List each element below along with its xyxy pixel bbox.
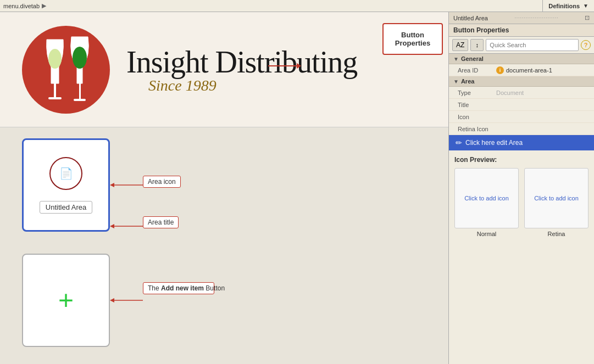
svg-rect-4 <box>79 83 81 99</box>
area-card-wrapper: 📄 Untitled Area Area icon Area title <box>22 138 110 243</box>
annotation-add-new-label: The Add new item Button <box>148 284 225 292</box>
company-text: Insight Distributing Since 1989 <box>126 44 357 94</box>
topbar: menu.divetab ▶ <box>0 0 594 12</box>
button-properties-title: Button Properties <box>453 26 509 34</box>
panel-header-dots: ⋯⋯⋯⋯⋯⋯⋯⋯ <box>514 15 558 21</box>
add-new-card[interactable]: + <box>22 254 110 347</box>
annotation-arrow-title <box>110 223 148 229</box>
cards-container: 📄 Untitled Area Area icon Area title <box>0 127 448 364</box>
svg-rect-5 <box>74 99 86 101</box>
sort-alpha-btn[interactable]: AZ <box>452 39 468 51</box>
add-icon-text-normal: Click to add icon <box>462 193 511 204</box>
definitions-label: Definitions <box>548 3 580 9</box>
area-id-value: i document-area-1 <box>496 66 552 74</box>
annotation-add-new: The Add new item Button <box>143 282 214 294</box>
general-expand-icon: ▼ <box>453 56 459 62</box>
area-icon-inner: 📄 <box>59 167 73 180</box>
section-general[interactable]: ▼ General <box>449 54 594 64</box>
annotation-arrow-icon <box>110 182 148 188</box>
company-name: Insight Distributing <box>126 44 357 80</box>
retina-icon-preview[interactable]: Click to add icon <box>524 168 589 228</box>
edit-area-label: Click here edit Area <box>465 139 523 147</box>
callout-label: ButtonProperties <box>395 31 430 47</box>
info-icon: i <box>496 66 504 74</box>
title-label: Title <box>458 102 496 108</box>
svg-rect-1 <box>54 83 56 97</box>
add-icon-text-retina: Click to add icon <box>532 193 581 204</box>
icon-preview-grid: Click to add icon Normal Click to add ic… <box>454 168 589 237</box>
icon-preview-label: Icon Preview: <box>454 156 589 164</box>
retina-icon-row[interactable]: Retina Icon <box>449 123 594 135</box>
panel-toolbar: AZ ↕ ? <box>449 37 594 54</box>
annotation-arrow-add <box>110 298 148 303</box>
company-tagline: Since 1989 <box>148 77 357 94</box>
edit-icon: ✏ <box>456 138 462 147</box>
icon-row[interactable]: Icon <box>449 111 594 123</box>
svg-marker-11 <box>110 224 114 228</box>
callout-arrow <box>268 60 301 71</box>
definitions-bar[interactable]: Definitions ▼ <box>542 0 594 12</box>
normal-caption: Normal <box>454 231 519 237</box>
quick-search-input[interactable] <box>486 39 579 51</box>
svg-point-3 <box>73 47 87 69</box>
icon-preview-section: Icon Preview: Click to add icon Normal C… <box>449 150 594 243</box>
area-expand-icon: ▼ <box>453 79 459 85</box>
title-row[interactable]: Title <box>449 99 594 111</box>
svg-rect-2 <box>48 97 62 99</box>
area-section-label: Area <box>461 78 474 85</box>
retina-icon-label: Retina Icon <box>458 126 496 132</box>
company-logo <box>22 26 110 114</box>
svg-point-0 <box>48 49 62 69</box>
definitions-expand-icon: ▼ <box>583 3 589 9</box>
right-panel-header: Untitled Area ⋯⋯⋯⋯⋯⋯⋯⋯ ⊡ <box>449 12 594 24</box>
panel-header-icon[interactable]: ⊡ <box>585 14 590 21</box>
area-id-row: Area ID i document-area-1 <box>449 64 594 76</box>
type-row: Type Document <box>449 87 594 99</box>
area-icon-circle: 📄 <box>49 157 82 190</box>
main-layout: Insight Distributing Since 1989 ButtonPr… <box>0 12 594 364</box>
menu-item[interactable]: menu.divetab <box>3 3 40 9</box>
svg-marker-9 <box>110 183 114 187</box>
right-panel: Untitled Area ⋯⋯⋯⋯⋯⋯⋯⋯ ⊡ Button Properti… <box>448 12 594 364</box>
add-new-card-wrapper: + The Add new item Button <box>22 254 110 358</box>
type-label: Type <box>458 89 496 96</box>
left-area: Insight Distributing Since 1989 ButtonPr… <box>0 12 448 364</box>
plus-icon: + <box>58 287 74 313</box>
retina-caption: Retina <box>524 231 589 237</box>
edit-area-button[interactable]: ✏ Click here edit Area <box>449 135 594 150</box>
section-area[interactable]: ▼ Area <box>449 76 594 87</box>
panel-title-bar: Button Properties <box>449 24 594 37</box>
area-title: Untitled Area <box>40 201 92 214</box>
type-value: Document <box>496 89 524 96</box>
button-properties-callout: ButtonProperties <box>382 23 443 55</box>
annotation-area-title-label: Area title <box>148 219 174 226</box>
area-id-label: Area ID <box>458 67 496 74</box>
sort-btn[interactable]: ↕ <box>470 39 484 51</box>
general-label: General <box>461 55 484 62</box>
annotation-area-icon-label: Area icon <box>148 178 176 186</box>
header-banner: Insight Distributing Since 1989 ButtonPr… <box>0 12 448 127</box>
help-icon-btn[interactable]: ? <box>581 40 591 50</box>
normal-icon-preview[interactable]: Click to add icon <box>454 168 519 228</box>
annotation-area-icon: Area icon <box>143 176 181 188</box>
topbar-arrow: ▶ <box>42 2 46 9</box>
svg-marker-13 <box>110 298 114 303</box>
icon-label: Icon <box>458 114 496 120</box>
panel-area-title: Untitled Area <box>453 15 488 21</box>
svg-marker-7 <box>297 63 301 69</box>
area-card[interactable]: 📄 Untitled Area <box>22 138 110 232</box>
